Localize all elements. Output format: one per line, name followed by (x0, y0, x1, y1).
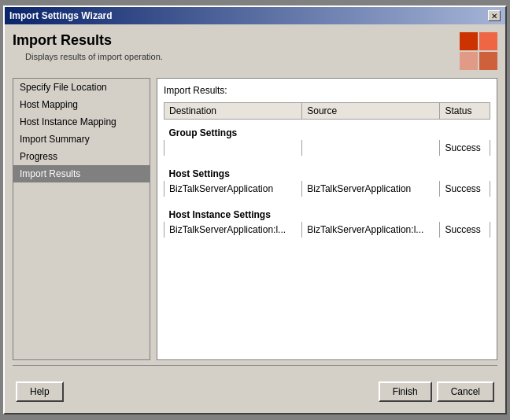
col-status: Status (440, 103, 490, 120)
page-title: Import Results (13, 32, 163, 49)
logo-cell-4 (479, 52, 497, 70)
header-text: Import Results Displays results of impor… (13, 32, 163, 61)
page-subtitle: Displays results of import operation. (25, 52, 163, 61)
table-row: BizTalkServerApplication BizTalkServerAp… (164, 181, 490, 197)
dialog-window: Import Settings Wizard ✕ Import Results … (3, 6, 507, 414)
section-title-host: Host Settings (164, 160, 490, 181)
logo-cell-2 (479, 32, 497, 50)
finish-button[interactable]: Finish (379, 381, 432, 402)
header-section: Import Results Displays results of impor… (13, 32, 497, 70)
footer-right-buttons: Finish Cancel (379, 381, 494, 402)
close-button[interactable]: ✕ (488, 10, 501, 21)
results-panel: Import Results: Destination Source Statu… (157, 78, 497, 360)
title-bar: Import Settings Wizard ✕ (5, 7, 505, 24)
main-panels: Specify File Location Host Mapping Host … (13, 78, 497, 360)
section-host-instance-settings: Host Instance Settings (164, 201, 490, 222)
logo-cell-3 (460, 52, 478, 70)
cell-status: Success (440, 181, 490, 197)
section-host-settings: Host Settings (164, 160, 490, 181)
section-group-settings: Group Settings (164, 120, 490, 141)
col-source: Source (302, 103, 440, 120)
title-bar-controls: ✕ (488, 10, 501, 22)
content-area: Import Results Displays results of impor… (5, 24, 505, 413)
footer: Help Finish Cancel (13, 375, 497, 405)
logo-cell-1 (460, 32, 478, 50)
results-panel-title: Import Results: (164, 85, 490, 96)
nav-item-import-summary[interactable]: Import Summary (13, 131, 150, 148)
table-row: Success (164, 140, 490, 156)
section-title-group: Group Settings (164, 120, 490, 141)
nav-item-specify-file[interactable]: Specify File Location (13, 79, 150, 96)
cell-source (302, 140, 440, 156)
cell-destination: BizTalkServerApplication:l... (164, 222, 302, 238)
results-table: Destination Source Status Group Settings (164, 102, 490, 238)
cell-destination (164, 140, 302, 156)
footer-separator (13, 365, 497, 366)
nav-item-progress[interactable]: Progress (13, 148, 150, 165)
cell-destination: BizTalkServerApplication (164, 181, 302, 197)
nav-item-import-results[interactable]: Import Results (13, 165, 150, 182)
nav-item-host-instance-mapping[interactable]: Host Instance Mapping (13, 113, 150, 131)
cell-source: BizTalkServerApplication (302, 181, 440, 197)
col-destination: Destination (164, 103, 302, 120)
brand-logo (460, 32, 497, 70)
table-row: BizTalkServerApplication:l... BizTalkSer… (164, 222, 490, 238)
section-title-host-instance: Host Instance Settings (164, 201, 490, 222)
window-title: Import Settings Wizard (9, 10, 113, 21)
cell-source: BizTalkServerApplication:l... (302, 222, 440, 238)
navigation-panel: Specify File Location Host Mapping Host … (13, 78, 150, 360)
cell-status: Success (440, 140, 490, 156)
cell-status: Success (440, 222, 490, 238)
nav-item-host-mapping[interactable]: Host Mapping (13, 96, 150, 113)
cancel-button[interactable]: Cancel (437, 381, 494, 402)
help-button[interactable]: Help (16, 381, 64, 402)
